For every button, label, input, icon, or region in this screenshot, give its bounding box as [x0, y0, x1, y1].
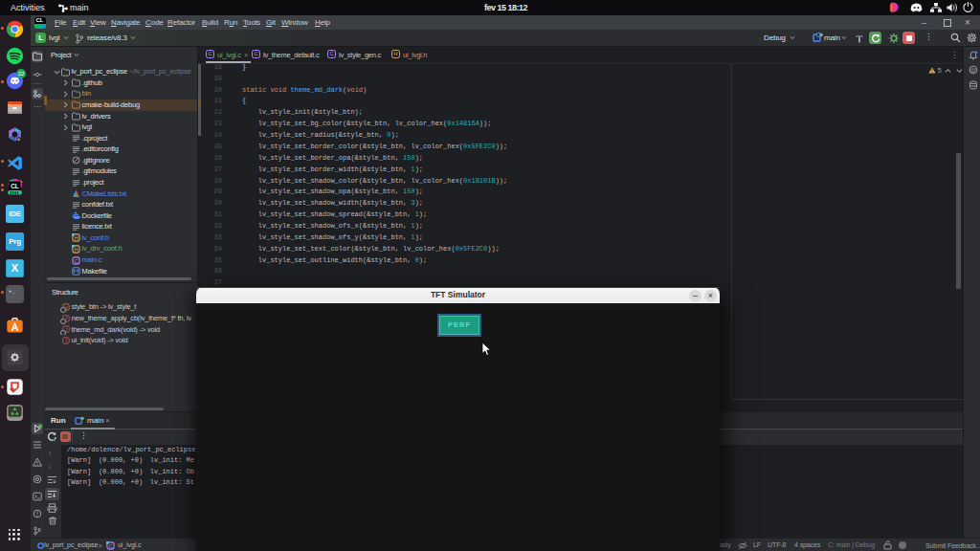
- svg-text:f: f: [66, 338, 68, 343]
- svg-text:C: C: [108, 543, 112, 549]
- svg-text:@: @: [970, 67, 976, 73]
- svg-text:▌▌▌▌: ▌▌▌▌: [11, 189, 20, 195]
- svg-text:CL: CL: [11, 182, 19, 188]
- svg-text:H: H: [75, 235, 78, 241]
- svg-text:H: H: [75, 247, 78, 253]
- svg-text:C: C: [75, 257, 78, 263]
